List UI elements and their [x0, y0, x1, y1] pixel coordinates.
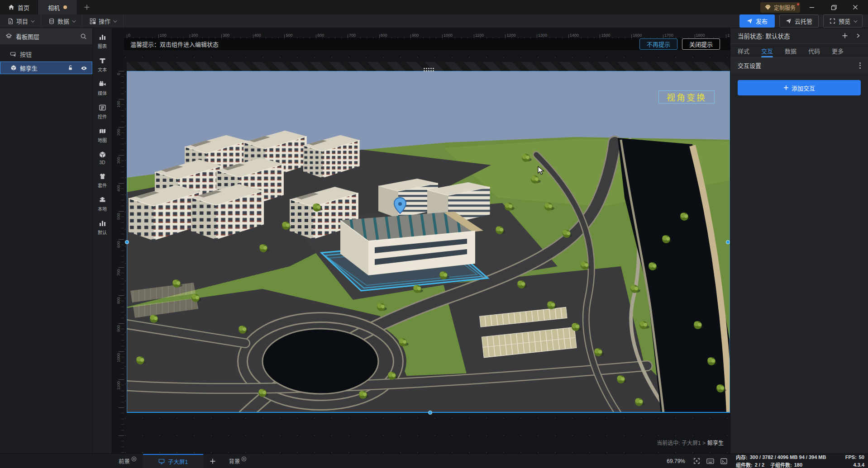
selection-drag-grip[interactable] — [424, 68, 434, 72]
rail-item-default[interactable]: 默认 — [93, 220, 112, 236]
add-interaction-button[interactable]: 添加交互 — [738, 80, 861, 95]
notification-dot — [797, 3, 799, 5]
custom-service-label: 定制服务 — [774, 4, 796, 11]
performance-stats: 内存: 300 / 3782 / 4096 MB 94 / 394 MB FPS… — [736, 454, 868, 468]
puzzle-icon — [99, 196, 106, 203]
close-tip-button[interactable]: 关闭提示 — [682, 38, 720, 50]
layers-panel: 看板图层 按钮 鲸孪生 — [0, 28, 93, 454]
menu-data[interactable]: 数据 — [41, 14, 82, 28]
rail-item-label: 套件 — [98, 182, 107, 189]
rail-item-kits[interactable]: 套件 — [93, 173, 112, 189]
send-icon — [747, 18, 753, 24]
screen-tab-active[interactable]: 子大屏1 — [143, 454, 203, 468]
search-icon[interactable] — [80, 33, 87, 40]
cube-3d-icon — [99, 151, 106, 158]
selection-handle-right[interactable] — [726, 240, 730, 244]
custom-service-badge[interactable]: 定制服务 — [760, 2, 800, 13]
database-icon — [48, 18, 55, 24]
tab-interaction[interactable]: 交互 — [761, 44, 773, 57]
minimize-button[interactable] — [802, 0, 822, 14]
unlock-icon[interactable] — [67, 65, 74, 71]
ruler-vertical: 010020030040050060070080090010001100 — [112, 28, 124, 454]
fit-screen-icon[interactable] — [691, 456, 702, 466]
circle-plus-icon[interactable] — [241, 456, 247, 462]
menu-project[interactable]: 项目 — [0, 14, 41, 28]
selection-handle-left[interactable] — [125, 240, 129, 244]
foreground-button[interactable]: 前景 — [112, 454, 143, 468]
home-icon — [8, 4, 14, 10]
tip-bar: 温馨提示：双击组件进入编辑状态 不再提示 关闭提示 — [124, 38, 730, 50]
rail-item-charts[interactable]: 图表 — [93, 33, 112, 49]
rail-item-media[interactable]: 媒体 — [93, 80, 112, 96]
rail-item-widgets[interactable]: 控件 — [93, 104, 112, 120]
cloud-host-label: 云托管 — [795, 17, 812, 25]
chevron-down-icon — [31, 19, 34, 22]
selection-component-name: 鲸孪生 — [707, 440, 724, 446]
rail-item-map[interactable]: 地图 — [93, 128, 112, 143]
view-switch-label: 视角变换 — [667, 91, 706, 103]
title-bar-right: 定制服务 — [760, 0, 868, 14]
menu-operations[interactable]: 操作 — [82, 14, 124, 28]
interaction-settings-header: 交互设置 — [730, 58, 868, 73]
view-switch-button-component[interactable]: 视角变换 — [658, 90, 715, 104]
chevron-down-icon — [113, 19, 117, 22]
menu-project-label: 项目 — [16, 17, 28, 25]
zoom-level[interactable]: 69.79% — [667, 458, 685, 464]
screen-tab-label: 子大屏1 — [168, 457, 188, 466]
visibility-eye-icon[interactable] — [81, 65, 87, 71]
pond — [262, 329, 378, 394]
chevron-down-icon — [854, 19, 857, 22]
circle-plus-icon[interactable] — [131, 456, 137, 462]
tab-more[interactable]: 更多 — [832, 44, 844, 57]
properties-panel: 当前状态: 默认状态 样式 交互 数据 代码 更多 交互设置 添加交互 — [730, 28, 868, 454]
rail-item-text[interactable]: 文本 — [93, 57, 112, 73]
mouse-cursor — [538, 166, 544, 175]
publish-button[interactable]: 发布 — [739, 14, 775, 28]
scene-3d-render — [127, 71, 730, 413]
component-rail: 图表 文本 媒体 控件 地图 3D 套件 本地 — [93, 28, 112, 454]
background-button[interactable]: 背景 — [222, 454, 253, 468]
layer-item-button[interactable]: 按钮 — [0, 48, 92, 60]
canvas-workspace[interactable]: 0100200300400500600700800900100011001200… — [112, 28, 730, 454]
preview-label: 预览 — [839, 17, 850, 25]
selection-path: 当前选中: 子大屏1 > — [657, 440, 706, 446]
tab-style[interactable]: 样式 — [738, 44, 749, 57]
terminal-icon[interactable] — [718, 456, 730, 466]
scene-3d-component[interactable] — [127, 71, 730, 413]
publish-label: 发布 — [756, 17, 768, 25]
close-button[interactable] — [845, 0, 865, 14]
more-options-icon[interactable] — [859, 62, 861, 69]
home-tab[interactable]: 首页 — [0, 0, 38, 14]
selection-handle-bottom[interactable] — [428, 411, 432, 415]
preview-button[interactable]: 预览 — [823, 14, 863, 28]
components-label: 组件数: — [736, 461, 753, 468]
tab-code[interactable]: 代码 — [808, 44, 820, 57]
monitor-icon — [158, 459, 165, 464]
subcomponents-value: 180 — [794, 462, 802, 468]
unsaved-dot — [63, 5, 67, 9]
memory-value: 300 / 3782 / 4096 MB 94 / 394 MB — [750, 454, 826, 460]
chevron-right-icon[interactable] — [855, 33, 861, 38]
new-tab-button[interactable] — [77, 0, 96, 14]
tab-camera[interactable]: 相机 — [38, 0, 77, 14]
scene-component-icon — [10, 65, 17, 71]
rail-item-label: 媒体 — [98, 90, 107, 96]
fullscreen-corners-icon — [830, 18, 835, 24]
video-camera-icon — [99, 80, 106, 88]
rail-item-3d[interactable]: 3D — [93, 151, 112, 165]
add-screen-button[interactable] — [203, 454, 222, 468]
cloud-host-button[interactable]: 云托管 — [779, 14, 819, 28]
dont-remind-button[interactable]: 不再提示 — [639, 38, 677, 50]
keyboard-icon[interactable] — [704, 456, 716, 466]
rail-item-local[interactable]: 本地 — [93, 196, 112, 212]
layers-icon — [5, 33, 12, 40]
restore-button[interactable] — [824, 0, 844, 14]
menu-operations-label: 操作 — [99, 17, 110, 25]
selection-status: 当前选中: 子大屏1 >鲸孪生 — [657, 439, 724, 446]
layer-item-digital-twin[interactable]: 鲸孪生 — [0, 61, 92, 74]
add-state-button[interactable] — [842, 33, 848, 39]
version-number: 4.3.4 — [854, 462, 864, 468]
widget-panel-icon — [99, 104, 106, 111]
layer-item-label: 鲸孪生 — [20, 64, 38, 72]
tab-data[interactable]: 数据 — [785, 44, 796, 57]
